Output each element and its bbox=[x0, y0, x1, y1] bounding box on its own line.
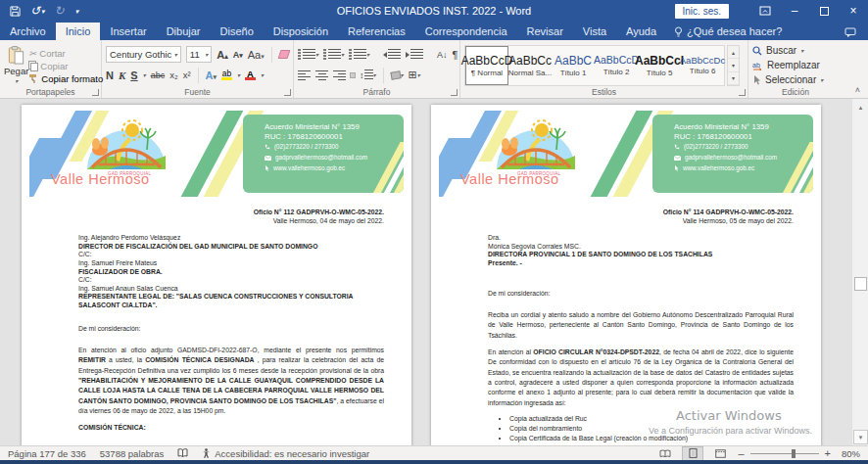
style-titulo-1[interactable]: AaBbCTítulo 1 bbox=[552, 46, 595, 85]
tab-archivo[interactable]: Archivo bbox=[0, 23, 56, 40]
numbering-button[interactable]: ▾ bbox=[323, 49, 344, 60]
shrink-font-button[interactable]: A▾ bbox=[233, 50, 243, 60]
font-size-select[interactable]: 11▾ bbox=[186, 46, 212, 63]
undo-button[interactable]: ↺▾ bbox=[30, 5, 45, 17]
chevron-down-icon: ▾ bbox=[205, 51, 208, 58]
sign-in-button[interactable]: Inic. ses. bbox=[675, 4, 729, 19]
tab-vista[interactable]: Vista bbox=[573, 23, 616, 40]
format-painter-button[interactable]: Copiar formato bbox=[28, 72, 103, 84]
align-right-button[interactable] bbox=[333, 70, 346, 80]
tab-disposicion[interactable]: Disposición bbox=[264, 23, 338, 40]
zoom-percentage[interactable]: 80% bbox=[837, 448, 860, 459]
paragraph-dialog-launcher[interactable] bbox=[451, 89, 458, 96]
tab-diseno[interactable]: Diseño bbox=[211, 23, 264, 40]
styles-scroll-down-icon[interactable]: ▾ bbox=[728, 59, 739, 71]
styles-dialog-launcher[interactable] bbox=[739, 89, 746, 96]
tab-referencias[interactable]: Referencias bbox=[338, 23, 415, 40]
feedback-comment-icon[interactable] bbox=[833, 24, 868, 40]
select-button[interactable]: Seleccionar▾ bbox=[752, 72, 839, 87]
restore-button[interactable] bbox=[809, 0, 839, 22]
salutation: De mi consideración: bbox=[78, 325, 384, 334]
sort-button[interactable]: A↓ bbox=[437, 50, 448, 60]
find-button[interactable]: Buscar▾ bbox=[752, 43, 839, 58]
minimize-button[interactable]: – bbox=[780, 0, 809, 22]
customize-qat-button[interactable]: ▾ bbox=[74, 8, 79, 15]
accessibility-status[interactable]: Accesibilidad: es necesario investigar bbox=[202, 448, 369, 459]
mail-icon bbox=[674, 156, 681, 161]
font-color-button[interactable]: A bbox=[245, 70, 256, 81]
text-effects-button[interactable]: A▾ bbox=[206, 70, 217, 81]
page-1[interactable]: GAD PARROQUIAL Valle Hermoso Acuerdo Min… bbox=[22, 105, 411, 445]
strikethrough-button[interactable]: abc bbox=[151, 70, 166, 80]
web-layout-button[interactable] bbox=[710, 447, 730, 460]
bold-button[interactable]: N bbox=[106, 70, 114, 81]
tab-insertar[interactable]: Insertar bbox=[100, 23, 156, 40]
tell-me-search[interactable]: ¿Qué desea hacer? bbox=[666, 23, 790, 40]
scroll-down-icon[interactable]: ▾ bbox=[853, 430, 868, 444]
increase-indent-button[interactable] bbox=[406, 49, 423, 60]
replace-icon: ab bbox=[752, 61, 763, 70]
font-dialog-launcher[interactable] bbox=[284, 89, 291, 96]
tab-correspondencia[interactable]: Correspondencia bbox=[415, 23, 517, 40]
tab-inicio[interactable]: Inicio bbox=[56, 23, 101, 40]
redo-button[interactable]: ↻ bbox=[55, 5, 65, 17]
tab-dibujar[interactable]: Dibujar bbox=[157, 23, 211, 40]
styles-gallery-more-icon[interactable]: ▾ bbox=[728, 72, 739, 85]
show-marks-button[interactable]: ¶ bbox=[453, 49, 458, 61]
clear-formatting-icon[interactable] bbox=[277, 50, 290, 59]
superscript-button[interactable]: x² bbox=[183, 70, 191, 80]
line-spacing-button[interactable]: ↕▾ bbox=[360, 70, 376, 80]
style-titulo-5[interactable]: AaBbCcITítulo 5 bbox=[638, 46, 681, 85]
style-normal-sa[interactable]: AaBbCcNormal Sa... bbox=[508, 46, 552, 85]
tab-revisar[interactable]: Revisar bbox=[517, 23, 573, 40]
proofing-status-icon[interactable] bbox=[177, 448, 188, 458]
read-mode-button[interactable] bbox=[655, 447, 675, 460]
cut-button[interactable]: ✂Cortar bbox=[28, 47, 103, 59]
bullets-button[interactable]: ▾ bbox=[298, 49, 318, 60]
subscript-button[interactable]: x₂ bbox=[169, 70, 177, 80]
undo-dropdown-icon[interactable]: ▾ bbox=[41, 8, 45, 15]
copy-button[interactable]: Copiar bbox=[28, 60, 103, 71]
paste-dropdown-icon[interactable]: ▾ bbox=[15, 77, 18, 84]
style-normal[interactable]: AaBbCcD¶ Normal bbox=[465, 46, 508, 85]
page-2[interactable]: GAD PARROQUIAL Valle Hermoso Acuerdo Min… bbox=[431, 105, 821, 445]
style-titulo-2[interactable]: AaBbCcDTítulo 2 bbox=[595, 46, 638, 85]
document-canvas[interactable]: GAD PARROQUIAL Valle Hermoso Acuerdo Min… bbox=[0, 99, 868, 445]
borders-button[interactable]: ⊞▾ bbox=[409, 69, 420, 81]
clipboard-dialog-launcher[interactable] bbox=[92, 89, 99, 96]
page-indicator[interactable]: Página 177 de 336 bbox=[8, 448, 86, 459]
highlight-color-button[interactable]: ab bbox=[221, 70, 232, 80]
scroll-up-icon[interactable]: ▴ bbox=[853, 100, 868, 115]
align-center-button[interactable] bbox=[315, 70, 328, 80]
shading-button[interactable]: ▾ bbox=[391, 71, 404, 79]
replace-button[interactable]: ab Reemplazar bbox=[752, 58, 839, 72]
zoom-slider[interactable] bbox=[750, 453, 819, 454]
phone-line: (02)2773220 / 2773300 bbox=[674, 142, 807, 152]
styles-scroll-up-icon[interactable]: ▴ bbox=[728, 46, 739, 59]
ribbon-display-options-icon[interactable] bbox=[750, 0, 780, 22]
align-left-button[interactable] bbox=[298, 70, 311, 80]
justify-button[interactable] bbox=[351, 73, 355, 77]
paste-button[interactable]: Pegar ▾ bbox=[4, 44, 28, 84]
group-font: Century Gothic▾ 11▾ A▴ A▾ Aa▾ N K S▾ abc… bbox=[102, 40, 294, 98]
italic-button[interactable]: K bbox=[119, 70, 125, 81]
style-titulo-6[interactable]: AaBbCcDcTítulo 6 bbox=[681, 46, 724, 85]
change-case-button[interactable]: Aa▾ bbox=[248, 49, 265, 61]
multilevel-list-button[interactable]: ▾ bbox=[349, 49, 369, 60]
scrollbar-thumb[interactable] bbox=[854, 277, 867, 291]
word-count[interactable]: 53788 palabras bbox=[100, 448, 165, 459]
close-button[interactable]: × bbox=[839, 0, 868, 22]
save-icon[interactable] bbox=[10, 6, 21, 17]
collapse-ribbon-icon[interactable]: ˄ bbox=[855, 85, 860, 95]
underline-button[interactable]: S bbox=[130, 70, 137, 81]
zoom-slider-thumb[interactable] bbox=[792, 449, 796, 458]
print-layout-button[interactable] bbox=[683, 447, 702, 460]
tab-ayuda[interactable]: Ayuda bbox=[616, 23, 666, 40]
font-name-select[interactable]: Century Gothic▾ bbox=[106, 46, 181, 63]
zoom-in-button[interactable]: + bbox=[825, 448, 831, 459]
underline-dropdown-icon[interactable]: ▾ bbox=[143, 71, 146, 78]
zoom-out-button[interactable]: – bbox=[738, 448, 744, 459]
grow-font-button[interactable]: A▴ bbox=[217, 49, 227, 61]
decrease-indent-button[interactable] bbox=[383, 49, 401, 60]
vertical-scrollbar[interactable]: ▴ ▾ bbox=[851, 99, 868, 445]
